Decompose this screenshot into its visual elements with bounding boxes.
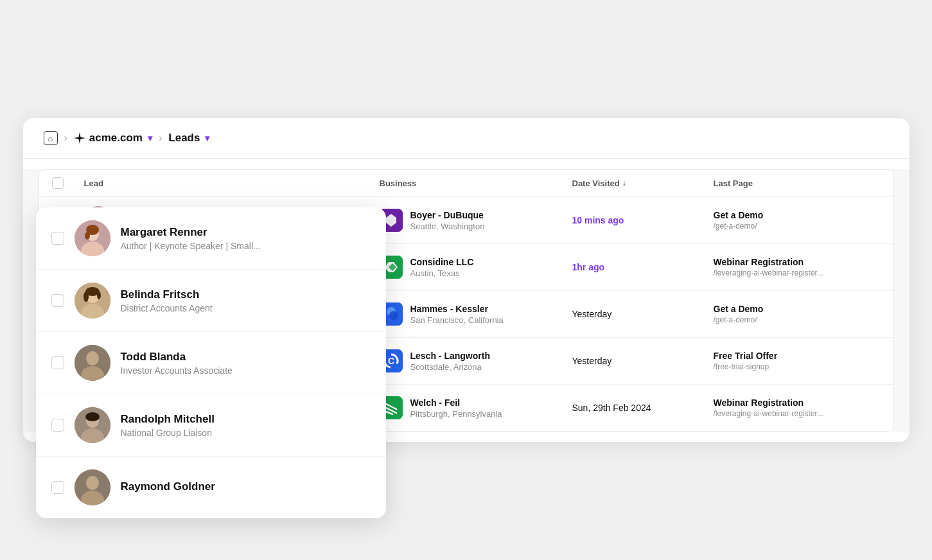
header-date-visited[interactable]: Date Visited ↓ <box>572 177 714 189</box>
popup-row[interactable]: Raymond Goldner <box>36 457 386 518</box>
main-area: Lead Business Date Visited ↓ Last Page <box>23 169 910 432</box>
last-page-cell: Free Trial Offer /free-trial-signup <box>714 351 881 371</box>
header-lead: Lead <box>84 177 380 189</box>
business-location: Austin, Texas <box>410 268 474 278</box>
breadcrumb: ⌂ › acme.com ▾ › Leads ▾ <box>23 118 910 159</box>
leads-breadcrumb[interactable]: Leads ▾ <box>168 132 209 144</box>
popup-card: Margaret Renner Author | Keynote Speaker… <box>36 207 386 518</box>
header-business-label: Business <box>380 179 417 188</box>
popup-lead-title: Author | Keynote Speaker | Small... <box>121 241 261 251</box>
svg-point-48 <box>86 476 99 490</box>
separator-1: › <box>64 132 67 144</box>
last-page-title: Free Trial Offer <box>714 351 881 361</box>
last-page-url: /leveraging-ai-webinar-register... <box>714 409 881 418</box>
svg-point-33 <box>85 232 90 240</box>
main-window: ⌂ › acme.com ▾ › Leads ▾ <box>23 118 910 442</box>
popup-lead-name: Todd Blanda <box>121 351 233 363</box>
popup-avatar <box>75 407 110 443</box>
svg-point-39 <box>97 292 101 299</box>
popup-avatar <box>75 220 110 256</box>
popup-avatar <box>75 345 110 381</box>
table-header: Lead Business Date Visited ↓ Last Page <box>39 170 893 197</box>
popup-avatar-image <box>75 469 110 505</box>
popup-row[interactable]: Margaret Renner Author | Keynote Speaker… <box>36 207 386 270</box>
popup-lead-name: Randolph Mitchell <box>121 413 215 426</box>
leads-label: Leads <box>168 132 200 144</box>
header-checkbox-cell <box>52 177 84 189</box>
popup-avatar <box>75 283 110 319</box>
popup-lead-info: Belinda Fritsch District Accounts Agent <box>121 288 213 313</box>
business-cell: Hammes - Kessler San Francisco, Californ… <box>380 302 572 326</box>
leads-chevron[interactable]: ▾ <box>205 133 209 143</box>
last-page-cell: Get a Demo /get-a-demo/ <box>714 304 881 324</box>
business-cell: C Lesch - Langworth Scottsdale, Arizona <box>380 349 572 372</box>
popup-lead-name: Margaret Renner <box>121 226 261 239</box>
svg-point-38 <box>84 292 89 302</box>
last-page-title: Webinar Registration <box>714 257 881 267</box>
business-cell: Boyer - DuBuque Seattle, Washington <box>380 209 572 232</box>
last-page-cell: Webinar Registration /leveraging-ai-webi… <box>714 398 881 418</box>
last-page-url: /get-a-demo/ <box>714 315 881 324</box>
popup-lead-info: Margaret Renner Author | Keynote Speaker… <box>121 226 261 251</box>
business-name: Boyer - DuBuque <box>410 210 485 220</box>
brand-breadcrumb[interactable]: acme.com ▾ <box>74 132 152 144</box>
popup-row[interactable]: Belinda Fritsch District Accounts Agent <box>36 270 386 332</box>
header-business: Business <box>380 177 572 189</box>
business-cell: Welch - Feil Pittsburgh, Pennsylvania <box>380 396 572 419</box>
business-info: Hammes - Kessler San Francisco, Californ… <box>410 304 504 325</box>
select-all-checkbox[interactable] <box>52 177 64 189</box>
date-visited: Sun, 29th Feb 2024 <box>572 403 714 413</box>
date-visited: Yesterday <box>572 309 714 319</box>
popup-checkbox[interactable] <box>51 294 64 307</box>
business-info: Welch - Feil Pittsburgh, Pennsylvania <box>410 398 502 419</box>
header-last-page: Last Page <box>714 177 881 189</box>
business-info: Considine LLC Austin, Texas <box>410 257 474 278</box>
popup-avatar-image <box>75 345 110 381</box>
business-location: Seattle, Washington <box>410 222 485 231</box>
home-icon[interactable]: ⌂ <box>44 131 58 145</box>
business-name: Lesch - Langworth <box>410 351 490 361</box>
popup-row[interactable]: Todd Blanda Investor Accounts Associate <box>36 332 386 394</box>
svg-point-16 <box>389 311 398 320</box>
popup-checkbox[interactable] <box>51 481 64 494</box>
business-name: Hammes - Kessler <box>410 304 504 314</box>
svg-point-46 <box>85 412 100 421</box>
popup-lead-title: Investor Accounts Associate <box>121 365 233 376</box>
last-page-cell: Webinar Registration /leveraging-ai-webi… <box>714 257 881 277</box>
business-info: Lesch - Langworth Scottsdale, Arizona <box>410 351 490 372</box>
brand-label: acme.com <box>89 132 143 144</box>
popup-lead-title: District Accounts Agent <box>121 303 213 313</box>
popup-avatar <box>75 469 110 505</box>
business-info: Boyer - DuBuque Seattle, Washington <box>410 210 485 231</box>
business-location: Pittsburgh, Pennsylvania <box>410 409 502 419</box>
business-location: Scottsdale, Arizona <box>410 362 490 372</box>
sort-icon: ↓ <box>622 179 626 188</box>
last-page-cell: Get a Demo /get-a-demo/ <box>714 210 881 231</box>
popup-checkbox[interactable] <box>51 232 64 245</box>
svg-text:C: C <box>387 356 394 366</box>
popup-lead-name: Raymond Goldner <box>121 480 215 493</box>
business-name: Welch - Feil <box>410 398 502 408</box>
last-page-title: Get a Demo <box>714 304 881 314</box>
business-name: Considine LLC <box>410 257 474 267</box>
popup-row[interactable]: Randolph Mitchell National Group Liaison <box>36 394 386 457</box>
separator-2: › <box>159 132 162 144</box>
popup-lead-title: National Group Liaison <box>121 428 215 438</box>
popup-lead-name: Belinda Fritsch <box>121 288 213 301</box>
popup-avatar-image <box>75 407 110 443</box>
popup-avatar-image <box>75 220 110 256</box>
header-lead-label: Lead <box>84 179 103 188</box>
brand-chevron[interactable]: ▾ <box>148 133 152 143</box>
popup-lead-info: Randolph Mitchell National Group Liaison <box>121 413 215 438</box>
header-date-label: Date Visited <box>572 179 620 188</box>
svg-point-41 <box>86 351 99 365</box>
popup-checkbox[interactable] <box>51 419 64 432</box>
popup-avatar-image <box>75 283 110 319</box>
last-page-url: /free-trial-signup <box>714 362 881 371</box>
popup-lead-info: Todd Blanda Investor Accounts Associate <box>121 351 233 376</box>
header-last-page-label: Last Page <box>714 179 753 188</box>
popup-checkbox[interactable] <box>51 356 64 369</box>
last-page-title: Get a Demo <box>714 210 881 220</box>
last-page-url: /get-a-demo/ <box>714 222 881 231</box>
date-visited: Yesterday <box>572 356 714 366</box>
